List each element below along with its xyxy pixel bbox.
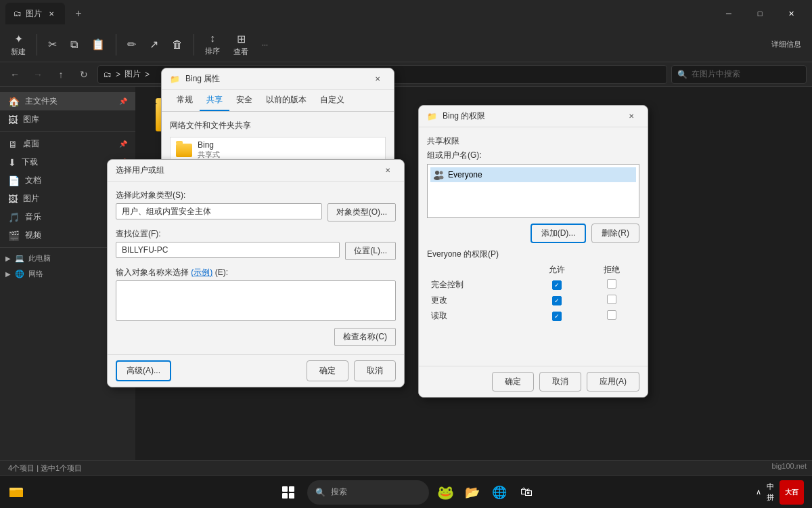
perm-read-deny[interactable]: [585, 308, 639, 324]
back-btn[interactable]: ←: [5, 65, 24, 84]
perm-change-label: 更改: [427, 293, 530, 308]
perm-change-deny[interactable]: [585, 293, 639, 308]
thispc-icon: 💻: [15, 254, 24, 263]
taskbar-frog[interactable]: 🐸: [434, 482, 456, 503]
remove-perm-btn[interactable]: 删除(R): [591, 224, 639, 243]
perm-fullcontrol-deny[interactable]: [585, 277, 639, 293]
select-user-titlebar: 选择用户或组 ✕: [108, 160, 404, 182]
new-label: 新建: [11, 47, 26, 57]
taskbar-explorer[interactable]: [5, 482, 27, 503]
user-group-icon: [433, 169, 444, 180]
delete-btn[interactable]: 🗑: [166, 30, 188, 60]
forward-btn[interactable]: →: [28, 65, 47, 84]
perm-footer: 确定 取消 应用(A): [419, 366, 648, 397]
pin-icon2: 📌: [119, 140, 127, 148]
videos-label: 视频: [25, 230, 41, 241]
obj-type-btn[interactable]: 对象类型(O)...: [328, 203, 396, 221]
expand-icon2: ▶: [5, 270, 11, 278]
watermark: big100.net: [772, 462, 807, 470]
search-bar-text: 搜索: [331, 486, 347, 498]
start-btn[interactable]: [275, 479, 302, 506]
maximize-btn[interactable]: □: [744, 0, 775, 27]
tab-share[interactable]: 共享: [200, 90, 229, 111]
close-btn[interactable]: ✕: [775, 0, 807, 27]
select-user-ok[interactable]: 确定: [307, 360, 348, 381]
perm-read-allow[interactable]: ✓: [530, 308, 585, 324]
documents-label: 文档: [25, 175, 41, 186]
refresh-btn[interactable]: ↻: [74, 65, 93, 84]
sidebar-item-desktop[interactable]: 🖥 桌面 📌: [0, 135, 135, 153]
status-bar: 4个项目 | 选中1个项目: [0, 460, 812, 476]
perm-ok[interactable]: 确定: [492, 372, 534, 391]
bing-props-close[interactable]: ✕: [369, 71, 386, 87]
tab-custom[interactable]: 自定义: [313, 90, 351, 111]
up-btn[interactable]: ↑: [51, 65, 70, 84]
minimize-btn[interactable]: ─: [713, 0, 744, 27]
pictures-icon: 🖼: [8, 194, 18, 205]
input-label: 输入对象名称来选择: [116, 268, 189, 277]
table-row: 完全控制 ✓: [427, 277, 639, 293]
taskbar-folder[interactable]: 📂: [461, 482, 483, 503]
share-folder-status: 共享式: [198, 150, 220, 160]
location-input[interactable]: [116, 242, 340, 258]
select-user-cancel[interactable]: 取消: [354, 360, 396, 381]
object-input[interactable]: [116, 280, 396, 321]
table-row: 更改 ✓: [427, 293, 639, 308]
sidebar-item-gallery[interactable]: 🖼 图库: [0, 110, 135, 129]
taskbar-center: 🔍 搜索 🐸 📂 🌐 🛍: [275, 479, 537, 506]
view-icon: ⊞: [237, 33, 246, 45]
tab-previous[interactable]: 以前的版本: [259, 90, 313, 111]
perm-close[interactable]: ✕: [623, 108, 639, 125]
tray-chevron[interactable]: ∧: [756, 488, 761, 496]
music-label: 音乐: [25, 211, 41, 223]
share-btn[interactable]: ↗: [144, 30, 164, 60]
obj-type-input[interactable]: [116, 203, 322, 219]
paste-btn[interactable]: 📋: [86, 30, 110, 60]
perm-apply[interactable]: 应用(A): [587, 372, 639, 391]
taskbar-search[interactable]: 🔍 搜索: [307, 480, 429, 505]
advanced-btn[interactable]: 高级(A)...: [116, 360, 171, 381]
pin-icon: 📌: [119, 98, 127, 105]
svg-point-2: [440, 171, 443, 175]
tab-security[interactable]: 安全: [229, 90, 259, 111]
rename-btn[interactable]: ✏: [122, 30, 141, 60]
select-user-footer: 高级(A)... 确定 取消: [108, 354, 404, 387]
view-btn[interactable]: ⊞ 查看: [228, 30, 254, 60]
search-bar[interactable]: 🔍 在图片中搜索: [671, 65, 807, 84]
select-user-close[interactable]: ✕: [380, 163, 396, 179]
tab-general[interactable]: 常规: [170, 90, 200, 111]
window-controls: ─ □ ✕: [713, 0, 807, 27]
address-sep: >: [116, 70, 120, 79]
cut-btn[interactable]: ✂: [43, 30, 62, 60]
new-tab-btn[interactable]: +: [68, 3, 89, 24]
desktop-icon: 🖥: [8, 139, 18, 150]
perm-cancel[interactable]: 取消: [539, 372, 581, 391]
location-btn[interactable]: 位置(L)...: [345, 242, 396, 260]
bing-permissions-dialog[interactable]: 📁 Bing 的权限 ✕ 共享权限 组或用户名(G): Everyone 添加(…: [418, 105, 648, 398]
sort-btn[interactable]: ↕ 排序: [200, 30, 225, 60]
perm-everyone-item[interactable]: Everyone: [430, 167, 636, 182]
input-link[interactable]: (示例): [191, 268, 212, 277]
add-perm-btn[interactable]: 添加(D)...: [531, 224, 587, 243]
svg-rect-10: [289, 493, 294, 499]
toolbar-sep-3: [194, 34, 194, 56]
perm-change-allow[interactable]: ✓: [530, 293, 585, 308]
sidebar-item-home[interactable]: 🏠 主文件夹 📌: [0, 92, 135, 110]
more-btn[interactable]: ···: [256, 30, 273, 60]
input-indicator[interactable]: 拼: [767, 492, 774, 503]
obj-type-row: 对象类型(O)...: [116, 203, 396, 221]
tab-close-btn[interactable]: ✕: [46, 8, 57, 19]
ime-indicator[interactable]: 中: [767, 482, 774, 492]
address-nav-icon: 🗂: [104, 70, 112, 79]
perm-fullcontrol-allow[interactable]: ✓: [530, 277, 585, 293]
home-label: 主文件夹: [25, 96, 58, 107]
new-btn[interactable]: ✦ 新建: [5, 30, 31, 60]
taskbar-edge[interactable]: 🌐: [489, 482, 510, 503]
explorer-tab[interactable]: 🗂 图片 ✕: [5, 3, 65, 24]
detail-btn[interactable]: 详细信息: [766, 30, 807, 60]
check-names-btn[interactable]: 检查名称(C): [334, 328, 396, 346]
perm-group-label: 组或用户名(G):: [427, 150, 639, 161]
copy-btn[interactable]: ⧉: [65, 30, 83, 60]
taskbar-store[interactable]: 🛍: [516, 482, 537, 503]
select-user-dialog[interactable]: 选择用户或组 ✕ 选择此对象类型(S): 对象类型(O)... 查找位置(F):…: [107, 159, 405, 387]
